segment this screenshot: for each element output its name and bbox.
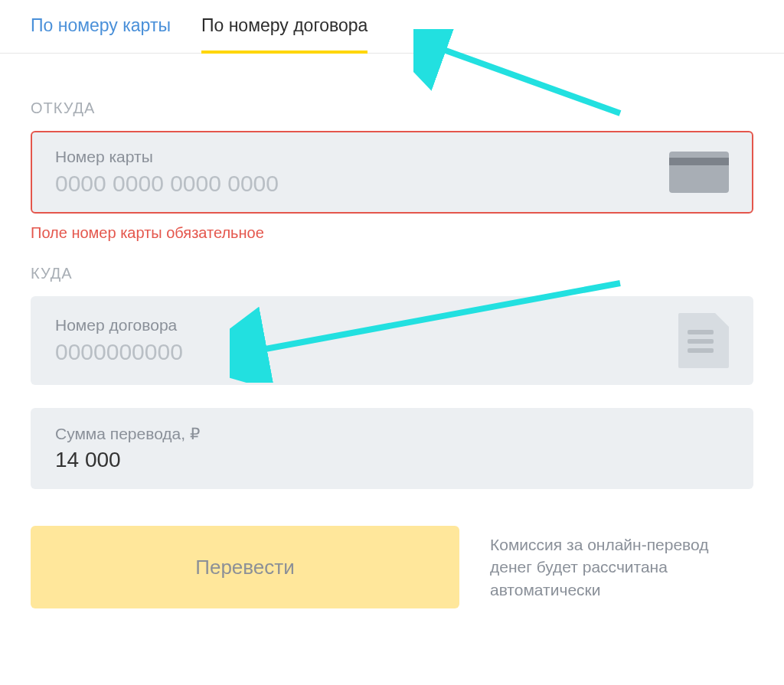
section-to-label: КУДА — [31, 265, 753, 282]
amount-input[interactable] — [55, 448, 729, 472]
to-contract-label: Номер договора — [55, 316, 660, 334]
document-icon — [678, 313, 729, 368]
tab-card-number[interactable]: По номеру карты — [31, 15, 171, 53]
amount-field[interactable]: Сумма перевода, ₽ — [31, 408, 753, 489]
from-card-label: Номер карты — [55, 148, 660, 166]
card-number-input[interactable] — [55, 171, 660, 197]
from-card-field[interactable]: Номер карты — [31, 131, 753, 214]
transfer-button[interactable]: Перевести — [31, 526, 459, 608]
tabs: По номеру карты По номеру договора — [0, 0, 784, 54]
from-error-message: Поле номер карты обязательное — [31, 224, 753, 242]
contract-number-input[interactable] — [55, 339, 660, 365]
to-contract-field[interactable]: Номер договора — [31, 296, 753, 385]
section-from-label: ОТКУДА — [31, 99, 753, 117]
commission-note: Комиссия за онлайн-перевод денег будет р… — [490, 533, 753, 601]
amount-label: Сумма перевода, ₽ — [55, 425, 729, 443]
tab-contract-number[interactable]: По номеру договора — [201, 15, 368, 53]
card-icon — [669, 152, 729, 193]
